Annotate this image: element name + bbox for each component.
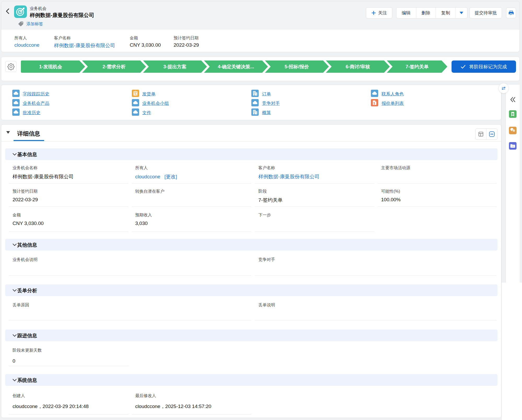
svg-text:3-提出方案: 3-提出方案: [163, 64, 186, 69]
svg-text:1-发现机会: 1-发现机会: [39, 64, 62, 69]
svg-text:7-签约关单: 7-签约关单: [406, 64, 429, 69]
svg-text:5-招标/报价: 5-招标/报价: [284, 64, 309, 69]
svg-text:2-需求分析: 2-需求分析: [103, 64, 126, 69]
svg-text:$: $: [134, 93, 136, 95]
svg-text:$: $: [373, 102, 375, 105]
svg-text:4-确定关键决策...: 4-确定关键决策...: [218, 64, 254, 69]
svg-text:6-商讨/审核: 6-商讨/审核: [346, 64, 370, 69]
